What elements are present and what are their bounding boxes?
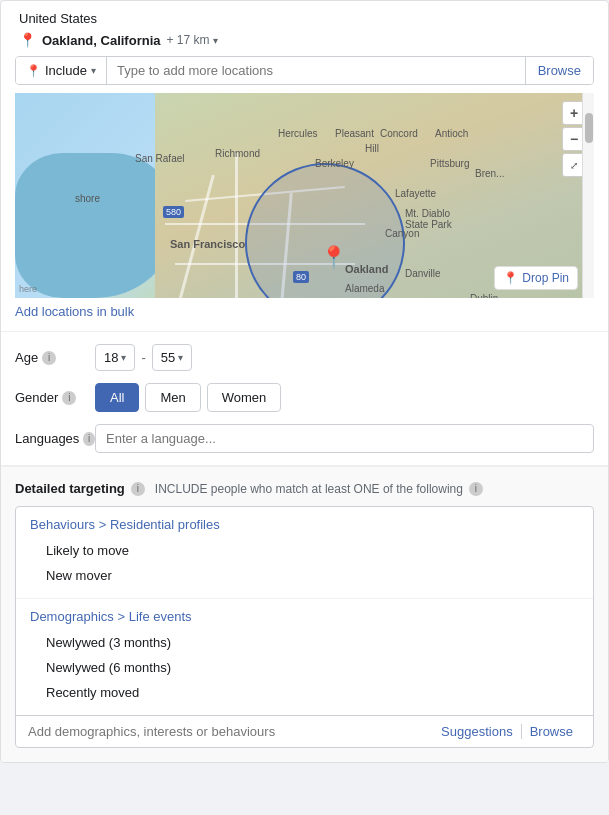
language-input[interactable] [95,424,594,453]
map-label-hill: Hill [365,143,379,154]
gender-row: Gender i All Men Women [15,383,594,412]
behaviours-link[interactable]: Behaviours [30,517,95,532]
gender-all-button[interactable]: All [95,383,139,412]
languages-info-icon[interactable]: i [83,432,95,446]
targeting-browse-link[interactable]: Browse [521,724,581,739]
map-label-pleasant: Pleasant [335,128,374,139]
location-radius: + 17 km ▾ [166,33,217,47]
targeting-box: Behaviours > Residential profiles Likely… [15,506,594,748]
detailed-targeting-info-icon[interactable]: i [131,482,145,496]
include-description: INCLUDE people who match at least ONE of… [155,482,463,496]
map-road-2 [235,153,238,298]
location-country: United States [15,11,594,26]
targeting-item-new-mover: New mover [30,563,579,588]
map-label-alameda: Alameda [345,283,384,294]
map-label-dublin: Dublin [470,293,498,298]
detailed-targeting-header: Detailed targeting i INCLUDE people who … [15,481,594,496]
main-container: United States 📍 Oakland, California + 17… [0,0,609,763]
map-label-berkeley: Berkeley [315,158,354,169]
location-browse-button[interactable]: Browse [525,57,593,84]
behaviours-header: Behaviours > Residential profiles [30,517,579,532]
location-city-row: 📍 Oakland, California + 17 km ▾ [15,32,594,48]
map-label-sanrafael: San Rafael [135,153,184,164]
map-label-stdiablo: Mt. DiabloState Park [405,208,452,230]
demographics-section: Demographics > Life events Newlywed (3 m… [16,598,593,715]
map-label-danville: Danville [405,268,441,279]
targeting-item-newlywed-3: Newlywed (3 months) [30,630,579,655]
age-max-chevron-icon: ▾ [178,352,183,363]
map-container: 📍 San Francisco Oakland San Francisco Ba… [15,93,594,298]
radius-chevron-icon: ▾ [213,35,218,46]
include-pin-icon: 📍 [26,64,41,78]
gender-women-button[interactable]: Women [207,383,282,412]
map-label-oakland: Oakland [345,263,388,275]
map-highway-580a: 580 [163,206,184,218]
age-label: Age i [15,350,95,365]
drop-pin-button[interactable]: 📍 Drop Pin [494,266,578,290]
targeting-item-likely-to-move: Likely to move [30,538,579,563]
map-scroll-thumb [585,113,593,143]
detailed-targeting-section: Detailed targeting i INCLUDE people who … [1,466,608,762]
map-label-richmond: Richmond [215,148,260,159]
age-controls: 18 ▾ - 55 ▾ [95,344,192,371]
include-chevron-icon: ▾ [91,65,96,76]
suggestions-link[interactable]: Suggestions [433,724,521,739]
targeting-fields: Age i 18 ▾ - 55 ▾ Gender i [1,332,608,466]
detailed-targeting-title: Detailed targeting [15,481,125,496]
drop-pin-icon: 📍 [503,271,518,285]
map-label-shore: shore [75,193,100,204]
targeting-item-recently-moved: Recently moved [30,680,579,705]
gender-controls: All Men Women [95,383,281,412]
include-label: Include [45,63,87,78]
age-dash: - [141,350,145,365]
gender-label: Gender i [15,390,95,405]
include-button[interactable]: 📍 Include ▾ [16,57,107,84]
map-water-left [15,153,175,298]
map-marker: 📍 [320,245,347,271]
age-min-chevron-icon: ▾ [121,352,126,363]
location-search-input[interactable] [107,57,525,84]
behaviours-section: Behaviours > Residential profiles Likely… [16,507,593,598]
targeting-footer: Suggestions Browse [16,715,593,747]
map-attribution: here [19,284,37,294]
add-locations-link[interactable]: Add locations in bulk [15,298,134,321]
include-description-info-icon[interactable]: i [469,482,483,496]
age-row: Age i 18 ▾ - 55 ▾ [15,344,594,371]
age-min-select[interactable]: 18 ▾ [95,344,135,371]
gender-men-button[interactable]: Men [145,383,200,412]
map-label-antioch: Antioch [435,128,468,139]
location-city-name: Oakland, California [42,33,160,48]
map-label-lafayette: Lafayette [395,188,436,199]
targeting-item-newlywed-6: Newlywed (6 months) [30,655,579,680]
location-section: United States 📍 Oakland, California + 17… [1,1,608,332]
age-info-icon[interactable]: i [42,351,56,365]
demographics-header: Demographics > Life events [30,609,579,624]
drop-pin-label: Drop Pin [522,271,569,285]
life-events-link[interactable]: Life events [129,609,192,624]
map-label-concord: Concord [380,128,418,139]
map-label-sf: San Francisco [170,238,245,250]
location-controls: 📍 Include ▾ Browse [15,56,594,85]
map-scrollbar[interactable] [582,93,594,298]
languages-row: Languages i [15,424,594,453]
map-label-bren: Bren... [475,168,504,179]
residential-profiles-link[interactable]: Residential profiles [110,517,220,532]
targeting-search-input[interactable] [28,724,433,739]
gender-info-icon[interactable]: i [62,391,76,405]
footer-links: Suggestions Browse [433,724,581,739]
map-label-pittsburg: Pittsburg [430,158,469,169]
location-pin-icon: 📍 [19,32,36,48]
demographics-link[interactable]: Demographics [30,609,114,624]
languages-label: Languages i [15,431,95,446]
age-max-select[interactable]: 55 ▾ [152,344,192,371]
map-highway-80: 80 [293,271,309,283]
map-label-hercules: Hercules [278,128,317,139]
